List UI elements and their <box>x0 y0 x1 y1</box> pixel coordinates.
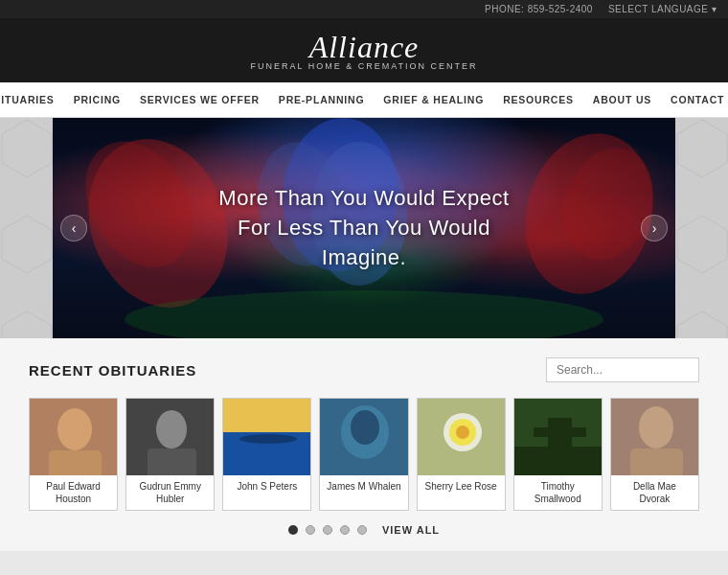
obituaries-section: RECENT OBITUARIES Paul EdwardHouston <box>0 338 728 551</box>
pagination-dot-2[interactable] <box>306 525 315 535</box>
hero-text: More Than You Would Expect For Less Than… <box>209 184 520 272</box>
svg-rect-15 <box>223 399 311 432</box>
obit-card-sherry[interactable]: Sherry Lee Rose <box>417 398 506 511</box>
obit-card-james[interactable]: James M Whalen <box>319 398 408 511</box>
phone-label: PHONE: 859-525-2400 <box>485 4 593 14</box>
nav-about[interactable]: ABOUT US <box>583 82 661 117</box>
nav-grief[interactable]: GRIEF & HEALING <box>374 82 493 117</box>
nav-pricing[interactable]: PRICING <box>64 82 130 117</box>
svg-rect-10 <box>49 450 102 475</box>
obit-card-img-james <box>320 399 408 475</box>
nav-services[interactable]: SERVICES WE OFFER <box>130 82 269 117</box>
search-input[interactable] <box>546 357 699 382</box>
obit-card-img-timothy <box>514 399 603 475</box>
obit-card-img-john <box>223 399 311 475</box>
nav-resources[interactable]: RESOURCES <box>493 82 583 117</box>
pagination-dot-4[interactable] <box>340 525 350 535</box>
svg-point-30 <box>639 406 673 448</box>
svg-rect-28 <box>534 427 586 437</box>
obit-cards-container: Paul EdwardHouston Gudrun EmmyHubler <box>29 398 699 511</box>
obit-card-name-john: John S Peters <box>223 475 310 497</box>
logo-script: Alliance <box>309 30 420 64</box>
chevron-down-icon: ▾ <box>712 4 717 14</box>
obit-card-della[interactable]: Della MaeDvorak <box>610 398 699 511</box>
svg-rect-31 <box>630 448 683 475</box>
logo[interactable]: Alliance Funeral Home & Cremation Center <box>250 30 477 71</box>
hero-prev-button[interactable]: ‹ <box>60 215 87 242</box>
obit-card-img-paul <box>30 399 118 475</box>
obit-card-img-della <box>611 399 699 475</box>
svg-point-20 <box>351 410 379 445</box>
obit-card-gudrun[interactable]: Gudrun EmmyHubler <box>125 398 215 511</box>
obit-section-title: RECENT OBITUARIES <box>29 362 196 379</box>
obit-card-name-james: James M Whalen <box>320 475 407 497</box>
svg-point-12 <box>156 410 187 448</box>
hero-headline: More Than You Would Expect For Less Than… <box>209 184 520 272</box>
svg-point-17 <box>239 434 297 444</box>
obit-card-name-timothy: TimothySmallwood <box>514 475 602 510</box>
hero-banner: ‹ › More Than You Would Expect For Less … <box>53 118 675 338</box>
top-bar: PHONE: 859-525-2400 SELECT LANGUAGE ▾ <box>0 0 728 18</box>
site-header: Alliance Funeral Home & Cremation Center <box>0 18 728 82</box>
obit-card-timothy[interactable]: TimothySmallwood <box>513 398 603 511</box>
view-all-link[interactable]: VIEW ALL <box>382 524 440 536</box>
obit-header: RECENT OBITUARIES <box>29 357 699 382</box>
obit-card-img-gudrun <box>126 399 215 475</box>
nav-preplanning[interactable]: PRE-PLANNING <box>269 82 375 117</box>
pagination: VIEW ALL <box>29 524 699 536</box>
obit-card-name-gudrun: Gudrun EmmyHubler <box>126 475 214 510</box>
language-selector[interactable]: SELECT LANGUAGE ▾ <box>608 4 717 14</box>
svg-point-24 <box>456 426 469 439</box>
logo-subtitle: Funeral Home & Cremation Center <box>250 61 477 71</box>
svg-rect-13 <box>148 448 196 475</box>
language-label: SELECT LANGUAGE <box>608 4 709 14</box>
pagination-dot-5[interactable] <box>357 525 367 535</box>
pagination-dot-3[interactable] <box>323 525 332 535</box>
obit-card-john[interactable]: John S Peters <box>222 398 311 511</box>
nav-obituaries[interactable]: OBITUARIES <box>0 82 64 117</box>
obit-card-name-paul: Paul EdwardHouston <box>30 475 117 510</box>
svg-rect-27 <box>548 418 572 475</box>
obit-card-paul[interactable]: Paul EdwardHouston <box>29 398 118 511</box>
hero-next-button[interactable]: › <box>641 215 668 242</box>
obit-card-name-della: Della MaeDvorak <box>611 475 698 510</box>
obit-card-img-sherry <box>418 399 506 475</box>
main-nav: OBITUARIES PRICING SERVICES WE OFFER PRE… <box>0 82 728 118</box>
svg-point-9 <box>57 408 92 450</box>
obit-card-name-sherry: Sherry Lee Rose <box>418 475 505 497</box>
nav-contact[interactable]: CONTACT US <box>661 82 728 117</box>
pagination-dot-1[interactable] <box>288 525 298 535</box>
